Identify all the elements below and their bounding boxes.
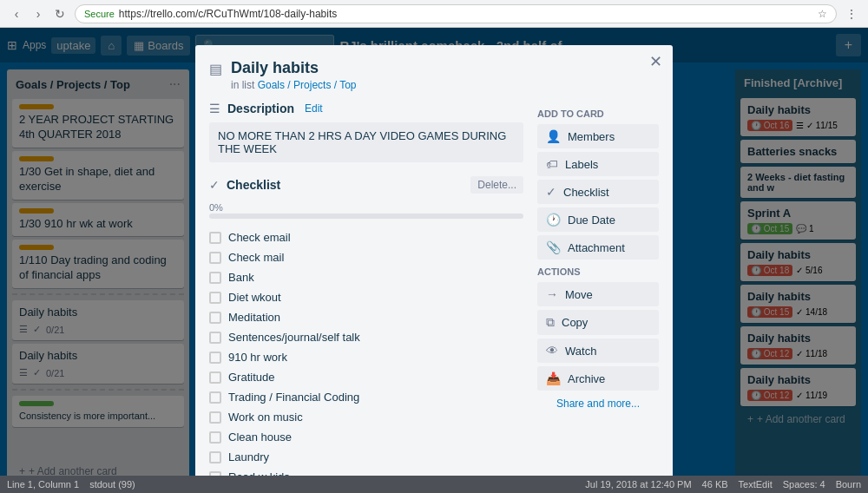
move-label: Move — [565, 288, 593, 301]
checklist-item-910-hr: 910 hr work — [209, 347, 523, 367]
delete-checklist-button[interactable]: Delete... — [470, 176, 523, 194]
checklist-item-label: Clean house — [228, 431, 292, 444]
attachment-icon: 📎 — [546, 240, 561, 254]
due-date-icon: 🕐 — [546, 213, 561, 227]
checklist-item-music: Work on music — [209, 407, 523, 427]
forward-button[interactable]: › — [29, 4, 48, 23]
checkbox-trading[interactable] — [209, 391, 221, 404]
add-to-card-label: ADD TO CARD — [537, 108, 659, 119]
modal-main: ☰ Description Edit NO MORE THAN 2 HRS A … — [209, 102, 523, 493]
checklist-item-label: Check email — [228, 231, 291, 244]
watch-button[interactable]: 👁 Watch — [537, 339, 659, 363]
bookmark-icon[interactable]: ☆ — [818, 8, 827, 20]
checkbox-sentences[interactable] — [209, 332, 221, 344]
modal-close-button[interactable]: ✕ — [649, 52, 662, 71]
checklist-item-label: Diet wkout — [228, 291, 281, 304]
checklist-item-check-mail: Check mail — [209, 247, 523, 267]
menu-button[interactable]: ⋮ — [842, 4, 861, 23]
members-button[interactable]: 👤 Members — [537, 124, 659, 148]
checklist-item-diet-wkout: Diet wkout — [209, 287, 523, 307]
share-more-link[interactable]: Share and more... — [537, 398, 659, 410]
checkbox-check-email[interactable] — [209, 232, 221, 244]
checklist-header-row: ✓ Checklist Delete... — [209, 176, 523, 194]
description-text: NO MORE THAN 2 HRS A DAY VIDEO GAMES DUR… — [209, 122, 523, 162]
checklist-item-label: Work on music — [228, 411, 303, 424]
checkbox-check-mail[interactable] — [209, 252, 221, 264]
modal-overlay[interactable]: ✕ ▤ Daily habits in list Goals / Project… — [0, 28, 868, 493]
nav-buttons: ‹ › ↻ — [7, 4, 69, 23]
watch-icon: 👁 — [546, 344, 558, 358]
encoding-label: Bourn — [836, 479, 861, 490]
in-list-label: in list — [231, 79, 254, 91]
checklist-item-bank: Bank — [209, 267, 523, 287]
checklist-section: ✓ Checklist Delete... 0% — [209, 176, 523, 493]
checklist-item-label: Bank — [228, 271, 254, 284]
card-modal: ✕ ▤ Daily habits in list Goals / Project… — [195, 45, 673, 493]
checklist-title: Checklist — [227, 178, 280, 192]
checklist-item-sentences: Sentences/journal/self talk — [209, 327, 523, 347]
archive-button[interactable]: 📥 Archive — [537, 366, 659, 391]
archive-icon: 📥 — [546, 371, 561, 385]
checklist-progress-area: 0% — [209, 200, 523, 219]
checklist-item-label: 910 hr work — [228, 351, 287, 364]
modal-subtitle: in list Goals / Projects / Top — [231, 79, 357, 91]
checklist-item-label: Sentences/journal/self talk — [228, 331, 360, 344]
description-section: ☰ Description Edit NO MORE THAN 2 HRS A … — [209, 102, 523, 162]
address-bar[interactable]: Secure https://trello.com/c/RCuThWmt/108… — [75, 4, 837, 23]
cursor-position: Line 1, Column 1 — [7, 479, 79, 490]
attachment-button[interactable]: 📎 Attachment — [537, 235, 659, 260]
list-path-link[interactable]: Goals / Projects / Top — [258, 79, 357, 91]
checkbox-meditation[interactable] — [209, 312, 221, 324]
checklist-icon: ✓ — [209, 178, 220, 192]
file-size: 46 KB — [702, 479, 728, 490]
checklist-item-check-email: Check email — [209, 227, 523, 247]
archive-label: Archive — [568, 372, 605, 385]
checklist-item-label: Trading / Financial Coding — [228, 391, 359, 404]
description-edit-link[interactable]: Edit — [305, 102, 323, 115]
members-label: Members — [568, 130, 615, 143]
timestamp: Jul 19, 2018 at 12:40 PM — [585, 479, 691, 490]
attachment-label: Attachment — [568, 241, 625, 254]
checklist-item-label: Check mail — [228, 251, 284, 264]
checkbox-910-hr[interactable] — [209, 352, 221, 364]
progress-bar-container — [209, 214, 523, 219]
modal-header: ▤ Daily habits in list Goals / Projects … — [209, 59, 659, 91]
checklist-item-clean-house: Clean house — [209, 427, 523, 447]
due-date-label: Due Date — [568, 214, 615, 227]
checkbox-clean-house[interactable] — [209, 431, 221, 444]
checklist-item-gratitude: Gratitude — [209, 367, 523, 387]
modal-title: Daily habits — [231, 59, 357, 77]
secure-indicator: Secure — [84, 9, 115, 19]
move-icon: → — [546, 287, 558, 301]
process-label: stdout (99) — [89, 479, 135, 490]
due-date-button[interactable]: 🕐 Due Date — [537, 207, 659, 232]
url-text: https://trello.com/c/RCuThWmt/108-daily-… — [119, 8, 337, 20]
spaces-label: Spaces: 4 — [783, 479, 825, 490]
checklist-item-label: Meditation — [228, 311, 280, 324]
checkbox-gratitude[interactable] — [209, 371, 221, 384]
copy-button[interactable]: ⧉ Copy — [537, 310, 659, 335]
status-bar: Line 1, Column 1 stdout (99) Jul 19, 201… — [0, 476, 868, 493]
move-button[interactable]: → Move — [537, 282, 659, 306]
labels-label: Labels — [565, 158, 598, 171]
checklist-label: Checklist — [563, 186, 609, 199]
description-title: Description — [227, 102, 294, 115]
checkbox-laundry[interactable] — [209, 451, 221, 463]
refresh-button[interactable]: ↻ — [50, 4, 69, 23]
checkbox-diet-wkout[interactable] — [209, 292, 221, 304]
labels-button[interactable]: 🏷 Labels — [537, 152, 659, 176]
copy-label: Copy — [562, 316, 588, 329]
checklist-item-trading: Trading / Financial Coding — [209, 387, 523, 407]
checklist-item-laundry: Laundry — [209, 447, 523, 467]
description-icon: ☰ — [209, 102, 220, 115]
checklist-button[interactable]: ✓ Checklist — [537, 180, 659, 204]
checkbox-music[interactable] — [209, 411, 221, 424]
watch-label: Watch — [565, 345, 596, 358]
checklist-item-label: Laundry — [228, 450, 269, 463]
back-button[interactable]: ‹ — [7, 4, 26, 23]
checklist-item-label: Gratitude — [228, 371, 274, 384]
actions-label: ACTIONS — [537, 266, 659, 277]
checklist-items: Check email Check mail Bank Diet wk — [209, 227, 523, 493]
modal-header-text: Daily habits in list Goals / Projects / … — [231, 59, 357, 91]
checkbox-bank[interactable] — [209, 272, 221, 284]
